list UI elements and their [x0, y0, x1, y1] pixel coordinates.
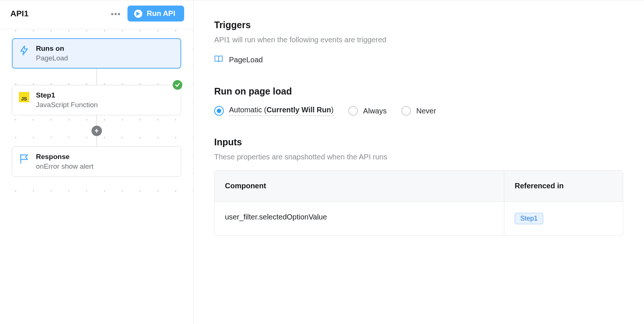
- connector: [96, 115, 97, 126]
- radio-never[interactable]: Never: [401, 106, 436, 116]
- response-sub: onError show alert: [36, 162, 93, 171]
- radio-automatic-label: Automatic (Currently Will Run): [229, 106, 333, 116]
- response-title: Response: [36, 153, 93, 161]
- right-panel: Triggers API1 will run when the followin…: [193, 0, 644, 324]
- run-on-page-load-heading: Run on page load: [214, 86, 623, 97]
- connector: [96, 136, 97, 146]
- svg-point-2: [118, 13, 120, 15]
- radio-icon: [401, 106, 411, 116]
- inputs-heading: Inputs: [214, 137, 623, 148]
- inputs-table: Component Referenced in user_filter.sele…: [214, 170, 623, 236]
- run-api-button-label: Run API: [147, 9, 175, 18]
- flag-icon: [19, 153, 29, 164]
- book-icon: [214, 54, 223, 65]
- play-icon: [134, 10, 142, 18]
- connector: [96, 69, 97, 85]
- more-button[interactable]: [109, 7, 122, 20]
- left-panel: API1 Run API Runs on: [0, 0, 193, 324]
- triggers-description: API1 will run when the following events …: [214, 36, 623, 44]
- runs-on-title: Runs on: [36, 44, 68, 53]
- trigger-item: PageLoad: [214, 54, 623, 65]
- inputs-description: These properties are snapshotted when th…: [214, 153, 623, 161]
- svg-marker-3: [136, 11, 140, 16]
- plus-icon: +: [94, 127, 99, 135]
- svg-marker-4: [21, 46, 27, 55]
- svg-point-0: [111, 13, 113, 15]
- check-icon: [175, 82, 180, 87]
- table-header-component: Component: [215, 171, 504, 201]
- more-icon: [111, 10, 120, 17]
- bolt-icon: [19, 45, 29, 56]
- js-icon: JS: [19, 92, 29, 102]
- table-header-referenced: Referenced in: [504, 171, 623, 201]
- radio-always[interactable]: Always: [348, 106, 386, 116]
- run-api-button[interactable]: Run API: [127, 6, 184, 22]
- radio-never-label: Never: [416, 107, 436, 115]
- table-cell-component: user_filter.selectedOptionValue: [215, 201, 504, 235]
- runs-on-sub: PageLoad: [36, 54, 68, 62]
- run-on-page-load-radio-group: Automatic (Currently Will Run) Always Ne…: [214, 106, 623, 116]
- radio-automatic[interactable]: Automatic (Currently Will Run): [214, 106, 333, 116]
- trigger-item-label: PageLoad: [229, 56, 263, 64]
- left-header: API1 Run API: [0, 0, 193, 29]
- step-reference-tag[interactable]: Step1: [515, 213, 543, 224]
- step1-title: Step1: [36, 91, 98, 99]
- api-title: API1: [10, 9, 109, 19]
- radio-always-label: Always: [363, 107, 386, 115]
- triggers-heading: Triggers: [214, 20, 623, 30]
- table-cell-referenced: Step1: [504, 201, 623, 235]
- radio-icon: [214, 106, 224, 116]
- step1-block[interactable]: JS Step1 JavaScript Function: [12, 85, 181, 115]
- radio-icon: [348, 106, 358, 116]
- runs-on-block[interactable]: Runs on PageLoad: [12, 38, 181, 69]
- flow-canvas: Runs on PageLoad JS Step1 JavaScript Fun…: [0, 29, 193, 192]
- success-badge: [173, 80, 182, 90]
- response-block[interactable]: Response onError show alert: [12, 146, 181, 177]
- step1-sub: JavaScript Function: [36, 101, 98, 109]
- table-header-row: Component Referenced in: [215, 171, 623, 201]
- app-root: API1 Run API Runs on: [0, 0, 644, 324]
- add-step-button[interactable]: +: [92, 126, 102, 136]
- table-row: user_filter.selectedOptionValue Step1: [215, 201, 623, 235]
- svg-point-1: [114, 13, 117, 15]
